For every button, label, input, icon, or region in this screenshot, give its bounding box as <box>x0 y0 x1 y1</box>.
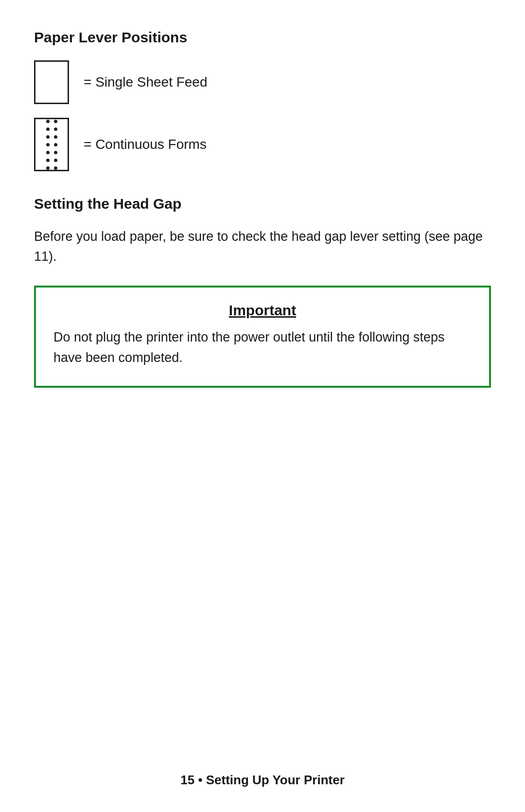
single-sheet-label: = Single Sheet Feed <box>84 74 208 90</box>
single-sheet-row: = Single Sheet Feed <box>34 60 491 104</box>
continuous-forms-row: = Continuous Forms <box>34 118 491 171</box>
important-text: Do not plug the printer into the power o… <box>53 327 472 368</box>
body-text: Before you load paper, be sure to check … <box>34 227 491 266</box>
dot <box>46 159 50 162</box>
dot <box>54 151 57 154</box>
continuous-forms-label: = Continuous Forms <box>84 137 207 152</box>
dot <box>46 166 50 170</box>
single-sheet-icon <box>34 60 69 104</box>
footer-text: 15 • Setting Up Your Printer <box>180 773 345 787</box>
dot <box>54 166 57 170</box>
important-title: Important <box>53 302 472 319</box>
dot <box>54 159 57 162</box>
dot <box>54 143 57 146</box>
dot <box>54 127 57 131</box>
dot <box>46 135 50 139</box>
dot-grid <box>43 117 60 173</box>
dot <box>46 143 50 146</box>
page-footer: 15 • Setting Up Your Printer <box>0 773 525 788</box>
section2-heading: Setting the Head Gap <box>34 196 491 212</box>
important-box: Important Do not plug the printer into t… <box>34 286 491 388</box>
dot <box>54 120 57 123</box>
dot <box>46 120 50 123</box>
paper-lever-positions-section: Paper Lever Positions = Single Sheet Fee… <box>34 29 491 171</box>
page-content: Paper Lever Positions = Single Sheet Fee… <box>0 0 525 446</box>
head-gap-section: Setting the Head Gap Before you load pap… <box>34 196 491 266</box>
section1-heading: Paper Lever Positions <box>34 29 491 46</box>
dot <box>46 151 50 154</box>
continuous-forms-icon <box>34 118 69 171</box>
dot <box>46 127 50 131</box>
dot <box>54 135 57 139</box>
